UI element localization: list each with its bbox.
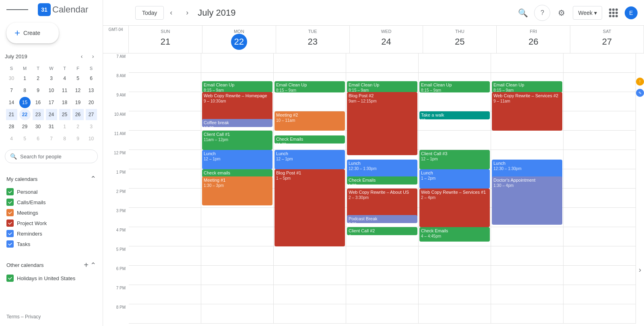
calendar-event[interactable]: Lunch12:30 – 1:30pm (492, 160, 562, 179)
calendar-event[interactable]: Client Call #312 – 1pm (419, 150, 490, 169)
day-header[interactable]: SAT 27 (570, 26, 644, 53)
mini-cal-day[interactable]: 4 (59, 73, 70, 84)
user-avatar[interactable]: E (625, 6, 638, 19)
calendar-item[interactable]: Personal (5, 187, 98, 197)
calendar-event[interactable]: Lunch12 – 1pm (202, 150, 272, 169)
mini-cal-next[interactable]: › (88, 51, 98, 61)
terms-link[interactable]: Terms (6, 314, 20, 320)
hamburger-menu[interactable] (3, 5, 31, 14)
calendar-event[interactable]: Blog Post #29am – 12:15pm (347, 92, 417, 155)
calendar-event[interactable]: Web Copy Rewrite – About US2 – 3:30pm (347, 189, 417, 217)
day-column[interactable]: Email Clean Up8:15 – 9amMeeting #210 – 1… (274, 53, 346, 324)
mini-cal-day[interactable]: 1 (59, 121, 70, 132)
today-button[interactable]: Today (135, 6, 164, 20)
mini-cal-day[interactable]: 20 (86, 97, 97, 108)
other-calendar-checkbox[interactable] (6, 275, 14, 282)
other-calendar-item[interactable]: Holidays in United States (5, 273, 98, 283)
calendar-event[interactable]: Coffee break10:30am (202, 119, 272, 127)
mini-cal-day[interactable]: 2 (33, 73, 44, 84)
mini-cal-day[interactable]: 27 (86, 109, 97, 120)
mini-cal-day[interactable]: 2 (72, 121, 84, 132)
privacy-link[interactable]: Privacy (25, 314, 41, 320)
prev-week-button[interactable]: ‹ (164, 6, 178, 20)
calendar-event[interactable]: Email Clean Up8:15 – 9am (202, 81, 272, 92)
search-people[interactable]: 🔍 Search for people (5, 150, 98, 163)
search-button[interactable]: 🔍 (515, 5, 531, 21)
mini-cal-day[interactable]: 18 (59, 97, 70, 108)
mini-cal-day[interactable]: 3 (46, 73, 57, 84)
my-calendars-header[interactable]: My calendars ⌃ (5, 171, 98, 187)
calendar-checkbox[interactable] (6, 230, 14, 237)
calendar-item[interactable]: Meetings (5, 207, 98, 218)
calendar-checkbox[interactable] (6, 219, 14, 227)
calendar-checkbox[interactable] (6, 209, 14, 216)
calendar-event[interactable]: Check Emails1:30pm (347, 176, 417, 185)
day-column[interactable] (129, 53, 201, 324)
next-week-button[interactable]: › (180, 6, 194, 20)
mini-cal-day[interactable]: 7 (46, 133, 57, 144)
add-other-calendar-icon[interactable]: + (84, 260, 89, 270)
other-calendars-header[interactable]: Other calendars + ⌃ (5, 257, 98, 273)
mini-cal-day[interactable]: 30 (33, 121, 44, 132)
calendar-event[interactable]: Email Clean Up8:15 – 9am (492, 81, 562, 92)
mini-cal-day[interactable]: 7 (6, 85, 17, 96)
day-header[interactable]: THU 25 (423, 26, 497, 53)
create-button[interactable]: + Create (6, 23, 59, 43)
mini-cal-day[interactable]: 6 (33, 133, 44, 144)
day-column[interactable]: Email Clean Up8:15 – 9amWeb Copy Rewrite… (201, 53, 274, 324)
mini-cal-day[interactable]: 23 (33, 109, 44, 120)
calendar-event[interactable]: Check emails1pm (202, 169, 272, 177)
mini-cal-day[interactable]: 19 (72, 97, 84, 108)
mini-cal-day[interactable]: 12 (72, 85, 84, 96)
mini-cal-day[interactable]: 5 (72, 73, 84, 84)
calendar-event[interactable]: Client Call #111am – 12pm (202, 131, 272, 150)
mini-cal-day[interactable]: 9 (72, 133, 84, 144)
calendar-event[interactable]: Email Clean Up8:15 – 9am (419, 81, 490, 92)
calendar-event[interactable]: Podcast Break3:30pm (347, 215, 417, 223)
mini-cal-day[interactable]: 8 (19, 85, 31, 96)
calendar-event[interactable]: Email Clean Up8:15 – 9am (275, 81, 345, 92)
calendar-event[interactable]: Web Copy Rewrite – Homepage9 – 10:30am (202, 92, 272, 121)
mini-cal-day[interactable]: 14 (6, 97, 17, 108)
mini-cal-day[interactable]: 13 (86, 85, 97, 96)
mini-cal-day[interactable]: 22 (19, 109, 31, 120)
mini-cal-day[interactable]: 5 (19, 133, 31, 144)
mini-cal-day[interactable]: 3 (86, 121, 97, 132)
calendar-event[interactable]: Check Emails11:30am (275, 135, 345, 144)
calendar-event[interactable]: Lunch1 – 2pm (419, 169, 490, 189)
mini-cal-day[interactable]: 4 (6, 133, 17, 144)
mini-cal-day[interactable]: 24 (46, 109, 57, 120)
day-header[interactable]: MON 22 (202, 26, 276, 53)
mini-cal-day[interactable]: 10 (46, 85, 57, 96)
mini-cal-prev[interactable]: ‹ (77, 51, 87, 61)
calendar-event[interactable]: Meeting #210 – 11am (275, 111, 345, 131)
mini-cal-day[interactable]: 25 (59, 109, 70, 120)
calendar-checkbox[interactable] (6, 199, 14, 206)
week-view-selector[interactable]: Week ▾ (573, 6, 602, 20)
mini-cal-day[interactable]: 17 (46, 97, 57, 108)
mini-cal-day[interactable]: 8 (59, 133, 70, 144)
day-column[interactable]: Email Clean Up8:15 – 9amWeb Copy Rewrite… (491, 53, 564, 324)
calendar-event[interactable]: Take a walk10am (419, 111, 490, 119)
mini-cal-day[interactable]: 31 (46, 121, 57, 132)
day-header[interactable]: TUE 23 (276, 26, 350, 53)
calendar-event[interactable]: Email Clean Up8:15 – 9am (347, 81, 417, 92)
calendar-event[interactable]: Lunch12:30 – 1:30pm (347, 160, 417, 179)
mini-cal-day[interactable]: 16 (33, 97, 44, 108)
logo[interactable]: 31 Calendar (38, 3, 88, 16)
calendar-event[interactable]: Check Emails4 – 4:45pm (419, 227, 490, 242)
calendar-event[interactable]: Blog Post #11 – 5pm (275, 169, 345, 246)
calendar-event[interactable]: Client Call #24pm (347, 227, 417, 235)
calendar-checkbox[interactable] (6, 240, 14, 248)
day-column[interactable]: Email Clean Up8:15 – 9amBlog Post #29am … (346, 53, 419, 324)
calendar-checkbox[interactable] (6, 188, 14, 195)
calendar-item[interactable]: Reminders (5, 228, 98, 239)
mini-cal-day[interactable]: 11 (59, 85, 70, 96)
mini-cal-day[interactable]: 6 (86, 73, 97, 84)
calendar-item[interactable]: Calls/Emails (5, 197, 98, 207)
day-column[interactable] (564, 53, 636, 324)
mini-cal-day[interactable]: 26 (72, 109, 84, 120)
calendar-event[interactable]: Web Copy Rewrite – Services #12 – 4pm (419, 189, 490, 227)
calendar-event[interactable]: Web Copy Rewrite – Services #29 – 11am (492, 92, 562, 131)
apps-button[interactable] (605, 5, 621, 21)
